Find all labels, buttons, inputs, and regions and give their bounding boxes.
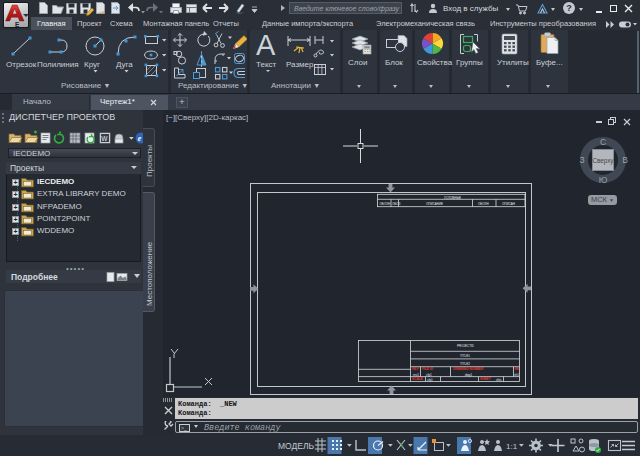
svg-text:cfg1: cfg1 bbox=[427, 378, 433, 382]
svg-text:1:1: 1:1 bbox=[506, 442, 518, 451]
svg-text:W: W bbox=[101, 135, 108, 142]
svg-text:rev1: rev1 bbox=[413, 373, 419, 377]
svg-text:shts: shts bbox=[496, 378, 502, 382]
svg-text:cfg1: cfg1 bbox=[426, 373, 432, 377]
svg-text:ОПИСАН: ОПИСАН bbox=[502, 202, 515, 206]
svg-text:e: e bbox=[138, 134, 142, 143]
svg-text:sh1: sh1 bbox=[514, 373, 519, 377]
svg-text:FILE ID: FILE ID bbox=[422, 367, 434, 371]
svg-text:УСЛОВНЫЕ: УСЛОВНЫЕ bbox=[444, 196, 461, 200]
svg-text:REV: REV bbox=[412, 367, 419, 371]
svg-text:ОПИСАНИЕ: ОПИСАНИЕ bbox=[426, 202, 443, 206]
svg-text:PROJECTID: PROJECTID bbox=[457, 344, 475, 348]
svg-text:TITLE1: TITLE1 bbox=[460, 354, 470, 358]
svg-text:RE: RE bbox=[515, 367, 519, 371]
svg-text:dwg1: dwg1 bbox=[465, 373, 473, 377]
svg-text:DRAWING NUMBER: DRAWING NUMBER bbox=[453, 367, 484, 371]
svg-text:ОБОЗН: ОБОЗН bbox=[478, 202, 489, 206]
svg-text:TITLE2: TITLE2 bbox=[460, 362, 470, 366]
svg-text:SCALE: SCALE bbox=[412, 377, 423, 381]
svg-text:ОБОЗ: ОБОЗ bbox=[392, 202, 401, 206]
svg-text:ОБОЗН: ОБОЗН bbox=[380, 202, 391, 206]
svg-text:SHEET: SHEET bbox=[480, 377, 491, 381]
